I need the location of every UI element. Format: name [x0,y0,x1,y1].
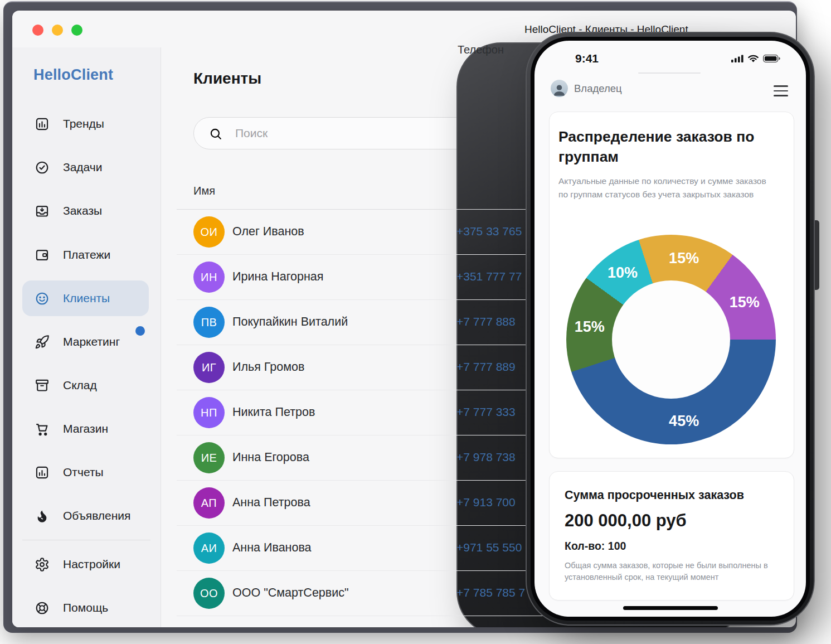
avatar-initials: ПВ [201,316,217,329]
overdue-count-label: Кол-во: [565,540,605,552]
donut-segment-label: 45% [669,413,699,430]
overdue-amount: 200 000,00 руб [565,511,687,531]
donut-segment-label: 10% [608,264,638,282]
wifi-icon [747,55,759,62]
client-name: ООО "СмартСервис" [232,586,349,600]
check-circle-icon [35,160,50,175]
client-name: Анна Петрова [232,496,310,510]
sidebar-item-label: Магазин [63,422,108,435]
overdue-title: Сумма просроченных заказов [565,488,744,502]
sidebar-item-label: Заказы [63,204,102,217]
client-name: Олег Иванов [232,225,304,239]
sidebar-item-settings[interactable]: Настройки [22,546,149,582]
smiley-icon [35,291,50,306]
app-logo: HelloClient [33,66,113,84]
sidebar-item-clients[interactable]: Клиенты [22,280,149,316]
client-phone-link[interactable]: +971 55 550 [456,541,522,554]
rocket-icon [35,335,50,350]
client-phone-link[interactable]: +7 777 888 [456,315,516,328]
notification-dot [135,326,145,336]
page-title: Клиенты [193,70,261,88]
client-phone-link[interactable]: +375 33 765 [456,225,522,238]
sidebar-item-warehouse[interactable]: Склад [22,367,149,403]
overdue-orders-card: Сумма просроченных заказов 200 000,00 ру… [549,471,794,601]
status-time: 9:41 [575,52,599,65]
sidebar-item-shop[interactable]: Магазин [22,411,149,447]
zoom-window-button[interactable] [71,25,82,36]
overdue-description: Общая сумма заказов, которые не были вып… [565,560,783,583]
owner-avatar [551,80,568,97]
donut-chart-wrap: 15%15%45%15%10% [566,235,776,444]
sidebar-item-marketing[interactable]: Маркетинг [22,324,149,360]
flame-icon [35,509,50,524]
avatar-initials: ИН [201,271,217,284]
avatar: ОО [193,578,225,609]
sidebar-item-label: Склад [63,379,97,392]
cellular-signal-icon [731,55,743,62]
client-name: Ирина Нагорная [232,270,323,284]
sheet-handle [638,72,701,74]
avatar: ИГ [193,352,225,383]
client-phone-link[interactable]: +7 913 700 [456,496,516,509]
shopping-cart-icon [35,422,50,437]
sidebar-item-label: Маркетинг [63,335,120,348]
owner-label: Владелец [574,83,622,95]
avatar: ИН [193,262,225,293]
client-name: Никита Петров [232,405,315,419]
search-icon [208,127,223,141]
avatar-initials: АИ [201,542,217,555]
phone-mockup: 9:41 Владелец Распределение заказов по г… [526,32,815,626]
sidebar-item-trends[interactable]: Тренды [22,106,149,142]
sidebar-item-help[interactable]: Помощь [22,590,149,626]
minimize-window-button[interactable] [52,25,63,36]
owner-header[interactable]: Владелец [551,80,622,97]
menu-icon[interactable] [774,85,788,100]
client-phone-link[interactable]: +351 777 77 [456,270,522,283]
wallet-icon [35,248,50,263]
column-header-name: Имя [193,185,215,197]
avatar-initials: ИГ [202,361,216,374]
archive-box-icon [35,378,50,393]
sidebar-item-label: Платежи [63,248,110,262]
screenshot-stage: HelloClient - Клиенты - HelloClient Hell… [0,0,831,644]
donut-segment-label: 15% [730,293,760,311]
client-phone-link[interactable]: +7 777 889 [456,360,516,374]
donut-segment-label: 15% [575,318,605,335]
bar-chart-icon [35,117,50,132]
avatar: ОИ [193,216,225,248]
sidebar-item-announcements[interactable]: Объявления [22,498,149,534]
avatar: АИ [193,532,225,564]
inbox-download-icon [35,204,50,219]
client-phone-link[interactable]: +7 777 333 [456,405,516,419]
home-indicator [623,606,718,610]
donut-segment-label: 15% [669,249,699,267]
close-window-button[interactable] [32,25,43,36]
sidebar-item-payments[interactable]: Платежи [22,237,149,273]
sidebar-item-label: Настройки [63,558,120,571]
avatar-initials: ОИ [201,226,218,239]
sidebar-item-label: Отчеты [63,466,104,479]
sidebar-item-label: Клиенты [63,292,110,305]
avatar-initials: АП [201,497,217,510]
client-phone-link[interactable]: +7 978 738 [456,451,516,464]
bar-chart-icon [35,465,50,480]
sidebar: HelloClient Тренды Задачи Заказы Платежи… [12,47,161,627]
orders-distribution-card: Распределение заказов по группам Актуаль… [549,112,794,458]
donut-hole [612,280,730,399]
avatar-initials: НП [201,406,217,419]
avatar: АП [193,487,225,519]
lifebuoy-icon [35,601,50,616]
sidebar-item-orders[interactable]: Заказы [22,193,149,229]
avatar-initials: ИЕ [201,452,217,464]
client-phone-link[interactable]: +7 785 785 7 [456,586,525,599]
chart-card-title: Распределение заказов по группам [558,127,781,167]
avatar: НП [193,397,225,428]
chart-card-subtitle: Актуальные данные по количеству и сумме … [558,175,775,201]
sidebar-item-label: Задачи [63,161,103,174]
sidebar-item-tasks[interactable]: Задачи [22,149,149,185]
avatar-initials: ОО [200,587,218,600]
overdue-count: Кол-во: 100 [565,540,626,553]
sidebar-item-reports[interactable]: Отчеты [22,454,149,490]
avatar: ПВ [193,307,225,338]
sidebar-item-label: Помощь [63,601,108,614]
